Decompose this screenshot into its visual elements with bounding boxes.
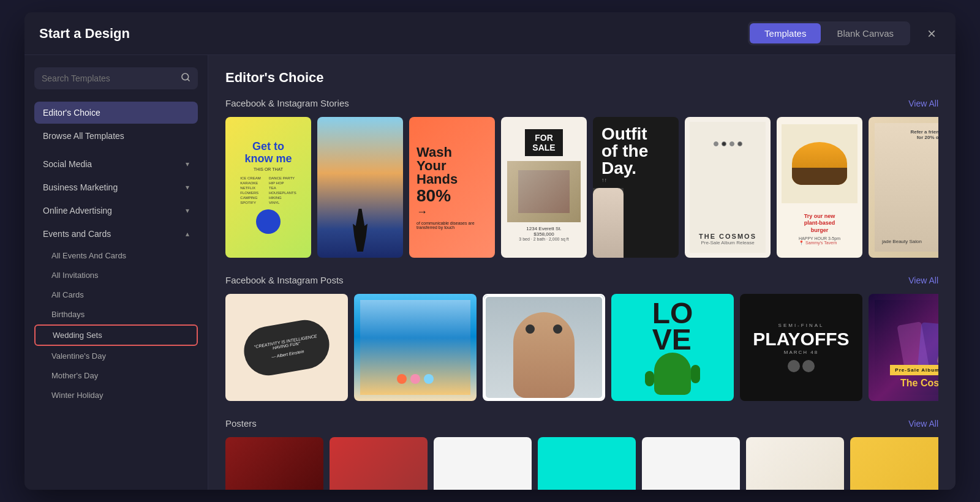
search-icon bbox=[181, 72, 190, 84]
stories-label: Facebook & Instagram Stories bbox=[225, 98, 349, 108]
sidebar-sub-item-wedding-sets[interactable]: Wedding Sets bbox=[34, 324, 198, 346]
close-button[interactable]: × bbox=[922, 23, 941, 45]
stories-view-all[interactable]: View All bbox=[908, 99, 938, 108]
template-card[interactable]: THE COSMOS Pre-Sale Album Release bbox=[685, 117, 771, 258]
chevron-down-icon: ▾ bbox=[186, 183, 189, 192]
sidebar-item-editors-choice[interactable]: Editor's Choice bbox=[34, 102, 198, 124]
template-card[interactable] bbox=[642, 437, 740, 490]
main-content: Editor's Choice Facebook & Instagram Sto… bbox=[208, 55, 956, 490]
sidebar-sub-item-mothers-day[interactable]: Mother's Day bbox=[34, 366, 198, 385]
sidebar-section-events-and-cards[interactable]: Events and Cards ▴ bbox=[34, 223, 198, 245]
page-title: Editor's Choice bbox=[225, 70, 938, 86]
posters-label: Posters bbox=[225, 418, 257, 429]
sidebar: Editor's Choice Browse All Templates Soc… bbox=[24, 55, 208, 490]
stories-category-header: Facebook & Instagram Stories View All bbox=[225, 98, 938, 108]
chevron-up-icon: ▴ bbox=[186, 230, 189, 238]
stories-templates-row: Get toknow me THIS OR THAT ICE CREAMDANC… bbox=[225, 117, 938, 258]
start-a-design-modal: Start a Design Templates Blank Canvas × … bbox=[24, 12, 956, 490]
template-card[interactable] bbox=[317, 117, 403, 258]
template-card[interactable]: Get toknow me THIS OR THAT ICE CREAMDANC… bbox=[225, 117, 311, 258]
template-card[interactable] bbox=[483, 294, 605, 401]
tab-templates[interactable]: Templates bbox=[750, 23, 821, 43]
template-card[interactable]: Outfitof theDay. ↑↑ bbox=[593, 117, 679, 258]
tab-blank-canvas[interactable]: Blank Canvas bbox=[822, 23, 908, 43]
posts-category-header: Facebook & Instagram Posts View All bbox=[225, 275, 938, 285]
posters-category-header: Posters View All bbox=[225, 418, 938, 429]
posts-section: Facebook & Instagram Posts View All "CRE… bbox=[225, 275, 938, 401]
posts-templates-row: "CREATIVITY IS INTELLIGENCE HAVING FUN"—… bbox=[225, 294, 938, 401]
template-card[interactable]: Refer a friendfor 20% off jade Beauty Sa… bbox=[869, 117, 938, 258]
template-card[interactable]: FORSALE 1234 Everett St. $358,000 3 bed … bbox=[501, 117, 587, 258]
template-card[interactable] bbox=[434, 437, 532, 490]
template-card[interactable]: LOVE bbox=[611, 294, 734, 401]
posts-label: Facebook & Instagram Posts bbox=[225, 275, 344, 285]
template-card[interactable]: SEMI-FINAL PLAYOFFS MARCH 48 bbox=[740, 294, 862, 401]
template-card[interactable] bbox=[354, 294, 477, 401]
sidebar-sub-item-winter-holiday[interactable]: Winter Holiday bbox=[34, 386, 198, 405]
template-card[interactable] bbox=[746, 437, 844, 490]
template-card[interactable]: Try our newplant-basedburger HAPPY HOUR … bbox=[777, 117, 862, 258]
template-card[interactable]: WashYourHands 80% → of communicable dise… bbox=[409, 117, 495, 258]
sidebar-sub-item-all-cards[interactable]: All Cards bbox=[34, 285, 198, 304]
chevron-down-icon: ▾ bbox=[186, 206, 189, 215]
tab-group: Templates Blank Canvas bbox=[748, 21, 910, 45]
posters-section: Posters View All bbox=[225, 418, 938, 490]
search-box[interactable] bbox=[34, 67, 198, 89]
template-card[interactable] bbox=[330, 437, 428, 490]
template-card[interactable] bbox=[538, 437, 636, 490]
template-card[interactable] bbox=[225, 437, 323, 490]
sidebar-sub-item-valentines[interactable]: Valentine's Day bbox=[34, 347, 198, 365]
chevron-down-icon: ▾ bbox=[186, 160, 189, 168]
sidebar-section-social-media[interactable]: Social Media ▾ bbox=[34, 153, 198, 175]
stories-section: Facebook & Instagram Stories View All Ge… bbox=[225, 98, 938, 258]
posts-view-all[interactable]: View All bbox=[908, 275, 938, 285]
sidebar-section-business-marketing[interactable]: Business Marketing ▾ bbox=[34, 176, 198, 198]
sidebar-sub-item-all-invitations[interactable]: All Invitations bbox=[34, 266, 198, 285]
template-card[interactable] bbox=[850, 437, 938, 490]
posters-templates-row bbox=[225, 437, 938, 490]
sidebar-section-online-advertising[interactable]: Online Advertising ▾ bbox=[34, 200, 198, 222]
search-input[interactable] bbox=[42, 73, 176, 83]
template-card[interactable]: "CREATIVITY IS INTELLIGENCE HAVING FUN"—… bbox=[225, 294, 348, 401]
sidebar-sub-item-birthdays[interactable]: Birthdays bbox=[34, 305, 198, 324]
sidebar-sub-item-all-events[interactable]: All Events And Cards bbox=[34, 246, 198, 265]
posters-view-all[interactable]: View All bbox=[908, 419, 938, 429]
modal-body: Editor's Choice Browse All Templates Soc… bbox=[24, 55, 956, 490]
sidebar-item-browse-all[interactable]: Browse All Templates bbox=[34, 125, 198, 147]
modal-header: Start a Design Templates Blank Canvas × bbox=[24, 12, 956, 55]
template-card[interactable]: Pre-Sale Album Release The Cosmos bbox=[869, 294, 938, 401]
modal-title: Start a Design bbox=[39, 26, 748, 42]
svg-line-1 bbox=[187, 79, 189, 81]
